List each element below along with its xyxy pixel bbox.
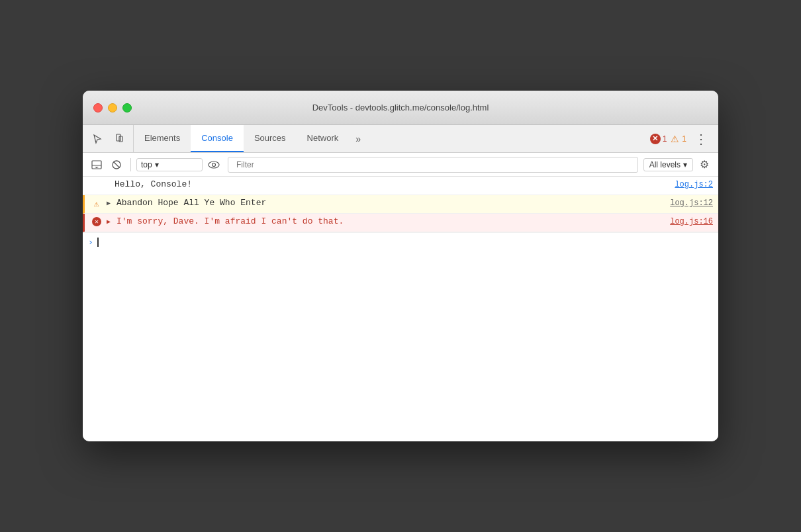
error-icon: ✕ — [650, 134, 661, 144]
log-entry-error: ✕ ▶ I'm sorry, Dave. I'm afraid I can't … — [83, 214, 718, 232]
levels-dropdown[interactable]: All levels ▾ — [643, 158, 693, 171]
log-error-icon: ✕ — [90, 216, 103, 226]
tab-network[interactable]: Network — [297, 125, 350, 152]
cursor-icon — [92, 134, 103, 144]
toggle-drawer-button[interactable] — [88, 156, 105, 173]
error-badge[interactable]: ✕ 1 — [650, 134, 667, 144]
svg-rect-0 — [117, 134, 120, 141]
svg-point-8 — [212, 163, 216, 166]
svg-marker-4 — [95, 167, 99, 168]
console-cursor — [97, 238, 99, 247]
tab-elements[interactable]: Elements — [134, 125, 191, 152]
traffic-lights — [93, 103, 132, 112]
block-icon — [111, 159, 122, 170]
more-tabs-button[interactable]: » — [349, 125, 367, 152]
drawer-icon — [91, 160, 102, 169]
log-normal-source[interactable]: log.js:2 — [675, 179, 713, 189]
svg-line-6 — [114, 161, 120, 167]
minimize-button[interactable] — [108, 103, 117, 112]
filter-container — [228, 157, 638, 173]
log-normal-message: Hello, Console! — [112, 179, 675, 189]
log-normal-expand — [101, 179, 112, 181]
mobile-icon — [113, 134, 124, 144]
tab-bar-right: ✕ 1 ⚠ 1 ⋮ — [645, 125, 718, 152]
devtools-more-button[interactable]: ⋮ — [689, 131, 713, 147]
clear-console-button[interactable] — [108, 156, 125, 173]
window-title: DevTools - devtools.glitch.me/console/lo… — [312, 103, 489, 112]
console-toolbar: top ▾ All levels ▾ ⚙ — [83, 153, 718, 177]
log-warning-expand[interactable]: ▶ — [103, 198, 114, 207]
log-error-source[interactable]: log.js:16 — [670, 216, 713, 226]
console-output: Hello, Console! log.js:2 ⚠ ▶ Abandon Hop… — [83, 177, 718, 441]
filter-input[interactable] — [231, 159, 635, 171]
close-button[interactable] — [93, 103, 103, 112]
log-error-message: I'm sorry, Dave. I'm afraid I can't do t… — [114, 216, 670, 226]
eye-icon — [208, 161, 220, 169]
title-bar: DevTools - devtools.glitch.me/console/lo… — [83, 91, 718, 125]
tab-sources[interactable]: Sources — [244, 125, 297, 152]
tab-bar: Elements Console Sources Network » ✕ 1 ⚠… — [83, 125, 718, 153]
svg-point-7 — [209, 161, 219, 168]
devtools-window: DevTools - devtools.glitch.me/console/lo… — [83, 91, 718, 441]
main-tabs: Elements Console Sources Network » — [134, 125, 645, 152]
log-normal-icon — [88, 179, 101, 180]
log-entry-normal: Hello, Console! log.js:2 — [83, 177, 718, 195]
log-warning-icon: ⚠ — [90, 198, 103, 209]
device-toolbar-button[interactable] — [109, 130, 128, 148]
warning-badge[interactable]: ⚠ 1 — [669, 134, 686, 144]
eye-button[interactable] — [205, 156, 222, 173]
console-input-line: › — [83, 232, 718, 251]
console-prompt: › — [88, 237, 93, 247]
log-warning-message: Abandon Hope All Ye Who Enter — [114, 198, 670, 208]
console-settings-button[interactable]: ⚙ — [696, 156, 713, 173]
maximize-button[interactable] — [122, 103, 132, 112]
warning-icon: ⚠ — [669, 134, 680, 144]
cursor-tool-button[interactable] — [88, 130, 107, 148]
log-entry-warning: ⚠ ▶ Abandon Hope All Ye Who Enter log.js… — [83, 195, 718, 214]
log-warning-source[interactable]: log.js:12 — [670, 198, 713, 208]
log-error-expand[interactable]: ▶ — [103, 216, 114, 226]
toolbar-divider — [130, 158, 131, 171]
tab-bar-tools — [88, 125, 134, 152]
tab-console[interactable]: Console — [191, 125, 244, 152]
context-selector[interactable]: top ▾ — [136, 158, 203, 171]
